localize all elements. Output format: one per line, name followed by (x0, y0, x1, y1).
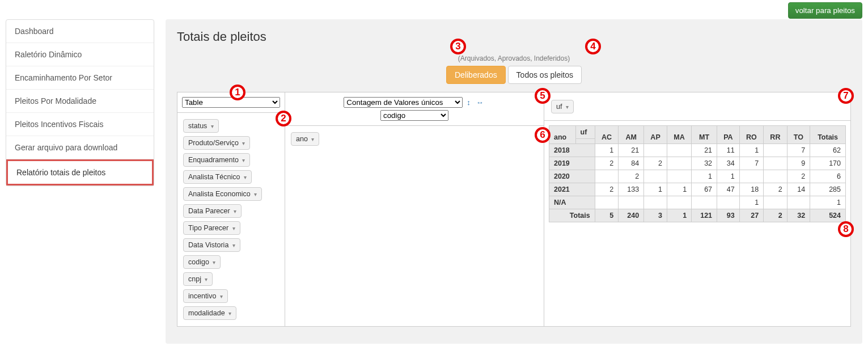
renderer-select[interactable]: Table (182, 97, 280, 108)
unused-attr-pill[interactable]: Analista Economico ▾ (183, 187, 262, 201)
annotation-8: 8 (838, 221, 854, 237)
expand-vertical-icon[interactable]: ↕ (467, 98, 471, 107)
expand-horizontal-icon[interactable]: ↔ (476, 98, 484, 107)
col-attributes-zone[interactable]: uf ▾ 7 (544, 92, 850, 121)
status-hint: (Arquivados, Aprovados, Indeferidos) (177, 54, 851, 62)
row-attributes-zone[interactable]: ano ▾ 6 (285, 126, 544, 326)
sidebar-item-3[interactable]: Pleitos Por Modalidade (6, 90, 154, 113)
unused-attr-pill[interactable]: cnpj ▾ (183, 272, 213, 286)
aggregator-select[interactable]: Contagem de Valores únicos (344, 97, 463, 108)
unused-attr-pill[interactable]: Data Parecer ▾ (183, 204, 242, 218)
caret-down-icon: ▾ (242, 157, 245, 163)
annotation-7: 7 (838, 88, 854, 104)
back-to-pleitos-button[interactable]: voltar para pleitos (788, 2, 862, 19)
sidebar-item-4[interactable]: Pleitos Incentivos Fiscais (6, 113, 154, 136)
unused-attributes-zone[interactable]: 2 status ▾Produto/Serviço ▾Enquadramento… (177, 113, 285, 326)
sidebar-item-2[interactable]: Encaminhamento Por Setor (6, 66, 154, 90)
caret-down-icon: ▾ (213, 259, 215, 265)
caret-down-icon: ▾ (232, 242, 235, 248)
caret-down-icon: ▾ (205, 276, 208, 282)
sidebar-item-5[interactable]: Gerar arquivo para download (6, 136, 154, 159)
caret-down-icon: ▾ (254, 191, 257, 197)
caret-down-icon: ▾ (220, 293, 223, 299)
page-title: Totais de pleitos (177, 29, 851, 44)
col-attr-pill[interactable]: uf ▾ (551, 100, 574, 113)
caret-down-icon: ▾ (211, 123, 214, 129)
sidebar-item-1[interactable]: Raletório Dinâmico (6, 43, 154, 66)
sidebar-item-0[interactable]: Dashboard (6, 20, 154, 43)
unused-attr-pill[interactable]: Data Vistoria ▾ (183, 238, 240, 252)
deliberados-button[interactable]: Deliberados (446, 66, 506, 84)
caret-down-icon: ▾ (232, 225, 235, 231)
todos-pleitos-button[interactable]: Todos os pleitos (508, 66, 582, 84)
pivot-ui: Table 1 2 status ▾Produto/Serviço ▾Enqua… (177, 92, 851, 327)
pivot-result-table: anoufACAMAPMAMTPARORRTOTotais20181212111… (549, 125, 846, 222)
aggregator-attribute-select[interactable]: codigo (380, 110, 448, 121)
unused-attr-pill[interactable]: Produto/Serviço ▾ (183, 136, 250, 150)
unused-attr-pill[interactable]: Tipo Parecer ▾ (183, 221, 240, 235)
caret-down-icon: ▾ (244, 174, 247, 180)
caret-down-icon: ▾ (311, 136, 314, 142)
caret-down-icon: ▾ (242, 140, 245, 146)
main-panel: Totais de pleitos (Arquivados, Aprovados… (166, 19, 862, 344)
unused-attr-pill[interactable]: incentivo ▾ (183, 289, 228, 303)
caret-down-icon: ▾ (234, 208, 236, 214)
caret-down-icon: ▾ (566, 104, 569, 110)
unused-attr-pill[interactable]: codigo ▾ (183, 255, 221, 269)
sidebar-item-6[interactable]: Relatório totais de pleitos (6, 159, 154, 185)
row-attr-pill[interactable]: ano ▾ (291, 132, 319, 146)
sidebar: DashboardRaletório DinâmicoEncaminhament… (6, 19, 154, 186)
unused-attr-pill[interactable]: status ▾ (183, 119, 219, 133)
unused-attr-pill[interactable]: modalidade ▾ (183, 306, 236, 320)
unused-attr-pill[interactable]: Enquadramento ▾ (183, 153, 250, 167)
caret-down-icon: ▾ (228, 310, 231, 317)
unused-attr-pill[interactable]: Analista Técnico ▾ (183, 170, 252, 184)
